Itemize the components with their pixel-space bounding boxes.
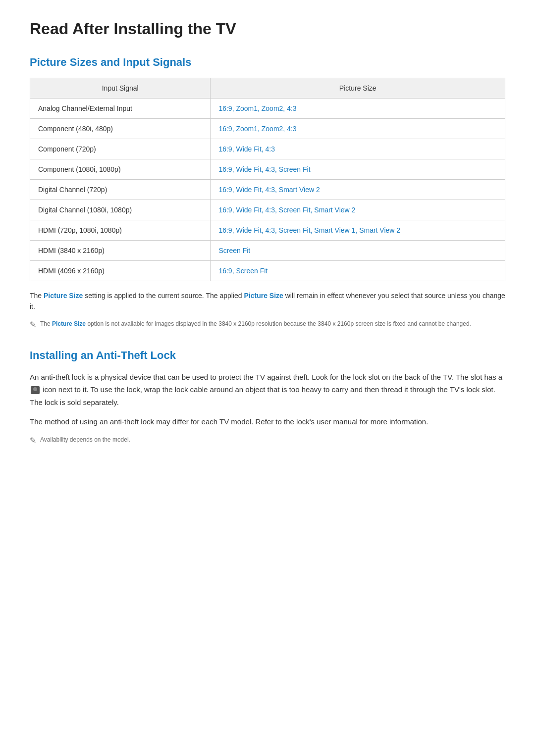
table-cell-picture-size: 16:9, Wide Fit, 4:3, Smart View 2 [211, 180, 505, 200]
pencil-icon: ✎ [30, 320, 36, 329]
col-input-signal-header: Input Signal [30, 78, 211, 99]
table-cell-picture-size: Screen Fit [211, 241, 505, 261]
anti-theft-para2: The method of using an anti-theft lock m… [30, 415, 505, 428]
table-cell-input: Digital Channel (1080i, 1080p) [30, 200, 211, 220]
table-row: Digital Channel (720p)16:9, Wide Fit, 4:… [30, 180, 505, 200]
table-cell-input: Component (1080i, 1080p) [30, 159, 211, 180]
section2-title: Installing an Anti-Theft Lock [30, 349, 505, 362]
table-cell-input: Component (480i, 480p) [30, 119, 211, 139]
section-picture-sizes: Picture Sizes and Input Signals Input Si… [30, 56, 505, 329]
kensington-icon [31, 386, 40, 394]
section1-title: Picture Sizes and Input Signals [30, 56, 505, 69]
note1-link2: Picture Size [244, 292, 283, 300]
table-cell-picture-size: 16:9, Wide Fit, 4:3, Screen Fit, Smart V… [211, 200, 505, 220]
table-row: Component (720p)16:9, Wide Fit, 4:3 [30, 139, 505, 159]
table-cell-input: HDMI (3840 x 2160p) [30, 241, 211, 261]
table-cell-picture-size: 16:9, Screen Fit [211, 261, 505, 281]
table-cell-input: HDMI (720p, 1080i, 1080p) [30, 220, 211, 241]
table-cell-input: Analog Channel/External Input [30, 99, 211, 119]
small-note1-link: Picture Size [52, 320, 86, 327]
table-header-row: Input Signal Picture Size [30, 78, 505, 99]
note1-paragraph: The Picture Size setting is applied to t… [30, 290, 505, 312]
small-note1: ✎ The Picture Size option is not availab… [30, 319, 505, 329]
col-picture-size-header: Picture Size [211, 78, 505, 99]
note1-prefix: The [30, 292, 44, 300]
main-title: Read After Installing the TV [30, 20, 505, 38]
table-cell-input: HDMI (4096 x 2160p) [30, 261, 211, 281]
table-cell-picture-size: 16:9, Zoom1, Zoom2, 4:3 [211, 99, 505, 119]
anti-theft-para1: An anti-theft lock is a physical device … [30, 371, 505, 409]
picture-sizes-table: Input Signal Picture Size Analog Channel… [30, 78, 505, 281]
table-cell-picture-size: 16:9, Zoom1, Zoom2, 4:3 [211, 119, 505, 139]
table-cell-picture-size: 16:9, Wide Fit, 4:3 [211, 139, 505, 159]
note1-link1: Picture Size [44, 292, 83, 300]
table-cell-picture-size: 16:9, Wide Fit, 4:3, Screen Fit, Smart V… [211, 220, 505, 241]
pencil-icon-2: ✎ [30, 436, 36, 445]
table-row: Component (480i, 480p)16:9, Zoom1, Zoom2… [30, 119, 505, 139]
small-note2-text: Availability depends on the model. [40, 435, 130, 444]
small-note1-suffix: option is not available for images displ… [86, 320, 471, 327]
table-cell-input: Digital Channel (720p) [30, 180, 211, 200]
small-note1-prefix: The [40, 320, 52, 327]
table-row: Component (1080i, 1080p)16:9, Wide Fit, … [30, 159, 505, 180]
note1-mid: setting is applied to the current source… [83, 292, 244, 300]
table-cell-picture-size: 16:9, Wide Fit, 4:3, Screen Fit [211, 159, 505, 180]
section-anti-theft: Installing an Anti-Theft Lock An anti-th… [30, 349, 505, 445]
table-row: HDMI (720p, 1080i, 1080p)16:9, Wide Fit,… [30, 220, 505, 241]
table-row: HDMI (4096 x 2160p)16:9, Screen Fit [30, 261, 505, 281]
small-note1-text: The Picture Size option is not available… [40, 319, 471, 328]
small-note2: ✎ Availability depends on the model. [30, 435, 505, 445]
table-row: Digital Channel (1080i, 1080p)16:9, Wide… [30, 200, 505, 220]
table-row: HDMI (3840 x 2160p)Screen Fit [30, 241, 505, 261]
table-row: Analog Channel/External Input16:9, Zoom1… [30, 99, 505, 119]
table-cell-input: Component (720p) [30, 139, 211, 159]
